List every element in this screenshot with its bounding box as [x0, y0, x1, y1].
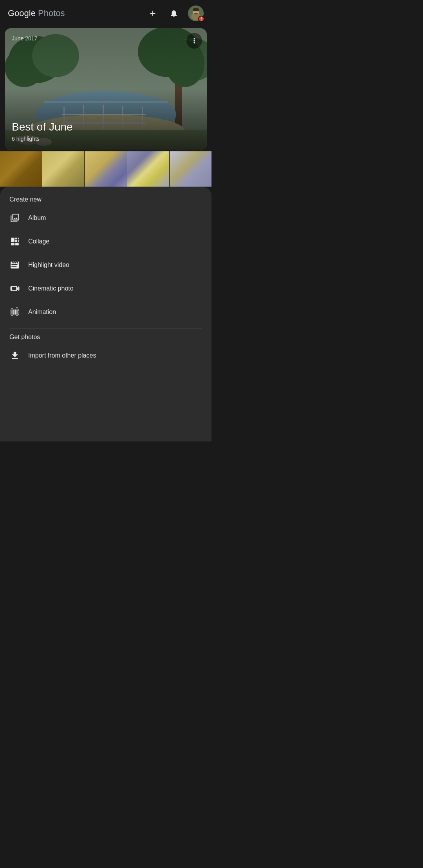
highlight-video-icon: [9, 260, 20, 271]
cinematic-photo-icon: [9, 283, 20, 294]
photo-thumb-5[interactable]: [169, 151, 212, 187]
add-button[interactable]: [146, 6, 160, 20]
svg-point-5: [194, 13, 198, 15]
avatar-notification-badge: !: [198, 16, 204, 22]
highlight-card[interactable]: June 2017 Best of June 6 highlights: [5, 28, 207, 150]
avatar[interactable]: !: [188, 5, 204, 21]
menu-item-import[interactable]: Import from other places: [0, 344, 212, 367]
section-divider: [9, 329, 202, 329]
album-icon: [9, 212, 20, 223]
cinematic-photo-label: Cinematic photo: [28, 285, 74, 292]
highlight-date: June 2017: [12, 35, 37, 42]
photo-thumb-4[interactable]: [127, 151, 169, 187]
album-label: Album: [28, 214, 46, 222]
photo-thumb-1[interactable]: [0, 151, 42, 187]
highlight-info: Best of June 6 highlights: [12, 121, 73, 142]
menu-item-collage[interactable]: Collage: [0, 230, 212, 253]
collage-icon: [9, 236, 20, 247]
get-photos-section-title: Get photos: [0, 334, 212, 341]
logo-photos-text: Photos: [36, 8, 65, 18]
highlight-video-label: Highlight video: [28, 261, 69, 269]
notifications-button[interactable]: [167, 6, 181, 20]
header-actions: !: [146, 5, 204, 21]
import-icon: [9, 350, 20, 361]
highlight-title: Best of June: [12, 121, 73, 133]
app-header: Google Photos: [0, 0, 212, 27]
bottom-sheet: Create new Album Collage Highlight video: [0, 187, 212, 441]
svg-rect-4: [193, 9, 199, 11]
photo-thumb-3[interactable]: [84, 151, 127, 187]
menu-item-cinematic-photo[interactable]: Cinematic photo: [0, 277, 212, 300]
menu-item-highlight-video[interactable]: Highlight video: [0, 253, 212, 277]
menu-item-album[interactable]: Album: [0, 206, 212, 230]
logo-google-text: Google: [8, 8, 36, 18]
highlight-menu-button[interactable]: [186, 33, 202, 49]
animation-icon: [9, 307, 20, 318]
app-logo: Google Photos: [8, 8, 146, 18]
animation-label: Animation: [28, 309, 56, 316]
highlight-count: 6 highlights: [12, 136, 73, 142]
photo-thumb-2[interactable]: [42, 151, 84, 187]
import-label: Import from other places: [28, 352, 96, 359]
create-new-section-title: Create new: [0, 196, 212, 203]
photo-strip: [0, 151, 212, 187]
collage-label: Collage: [28, 238, 49, 245]
menu-item-animation[interactable]: Animation: [0, 300, 212, 324]
